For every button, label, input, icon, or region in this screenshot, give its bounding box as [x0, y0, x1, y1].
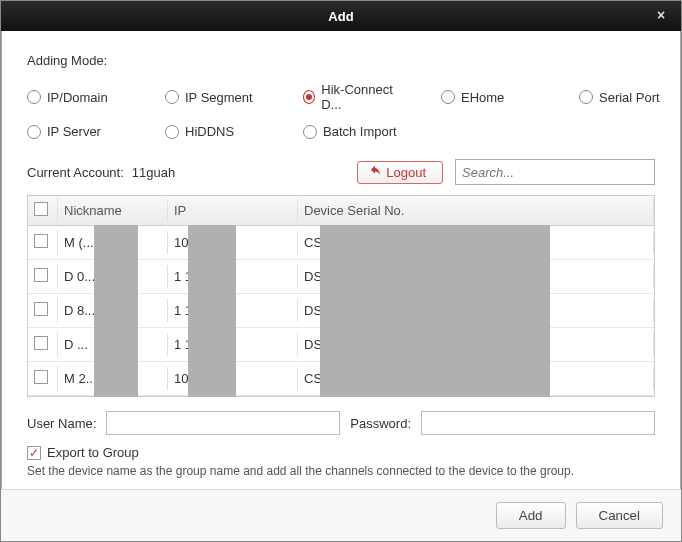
- adding-mode-label: Adding Mode:: [27, 53, 655, 68]
- adding-mode-row-1: IP/Domain IP Segment Hik-Connect D... EH…: [27, 82, 655, 112]
- radio-batch-import[interactable]: Batch Import: [303, 124, 403, 139]
- logout-button[interactable]: Logout: [357, 161, 443, 184]
- credentials-row: User Name: Password:: [27, 411, 655, 435]
- radio-label: Hik-Connect D...: [321, 82, 403, 112]
- radio-label: EHome: [461, 90, 504, 105]
- titlebar: Add ×: [1, 1, 681, 31]
- device-table: Nickname IP Device Serial No. M (... 10 …: [27, 195, 655, 397]
- add-dialog: Add × Adding Mode: IP/Domain IP Segment …: [0, 0, 682, 542]
- radio-label: IP Segment: [185, 90, 253, 105]
- radio-ehome[interactable]: EHome: [441, 82, 541, 112]
- radio-label: IP/Domain: [47, 90, 108, 105]
- password-label: Password:: [350, 416, 411, 431]
- table-body: M (... 10 .92 CS- 89588 D 0... 1 18 DS: [28, 226, 654, 396]
- add-button[interactable]: Add: [496, 502, 566, 529]
- username-label: User Name:: [27, 416, 96, 431]
- table-header: Nickname IP Device Serial No.: [28, 196, 654, 226]
- radio-dot-icon: [165, 125, 179, 139]
- radio-dot-icon: [579, 90, 593, 104]
- cancel-button[interactable]: Cancel: [576, 502, 664, 529]
- radio-dot-icon: [27, 90, 41, 104]
- radio-dot-icon: [303, 90, 315, 104]
- radio-hik-connect[interactable]: Hik-Connect D...: [303, 82, 403, 112]
- adding-mode-row-2: IP Server HiDDNS Batch Import: [27, 124, 655, 139]
- logout-label: Logout: [386, 165, 426, 180]
- radio-label: HiDDNS: [185, 124, 234, 139]
- export-note: Set the device name as the group name an…: [27, 464, 655, 478]
- radio-label: IP Server: [47, 124, 101, 139]
- close-icon[interactable]: ×: [651, 7, 671, 23]
- row-checkbox[interactable]: [34, 336, 48, 350]
- radio-ip-server[interactable]: IP Server: [27, 124, 127, 139]
- dialog-footer: Add Cancel: [1, 489, 681, 541]
- redaction-block: [188, 225, 236, 397]
- row-checkbox[interactable]: [34, 370, 48, 384]
- row-checkbox[interactable]: [34, 268, 48, 282]
- password-field[interactable]: [421, 411, 655, 435]
- col-nickname[interactable]: Nickname: [58, 199, 168, 222]
- radio-ip-domain[interactable]: IP/Domain: [27, 82, 127, 112]
- search-input[interactable]: [455, 159, 655, 185]
- radio-label: Serial Port: [599, 90, 660, 105]
- radio-hiddns[interactable]: HiDDNS: [165, 124, 265, 139]
- redaction-block: [320, 225, 550, 397]
- radio-serial-port[interactable]: Serial Port: [579, 82, 679, 112]
- account-row: Current Account: 11guah Logout: [27, 159, 655, 185]
- radio-dot-icon: [303, 125, 317, 139]
- radio-ip-segment[interactable]: IP Segment: [165, 82, 265, 112]
- username-field[interactable]: [106, 411, 340, 435]
- current-account-label: Current Account:: [27, 165, 124, 180]
- col-serial[interactable]: Device Serial No.: [298, 199, 654, 222]
- dialog-title: Add: [11, 9, 671, 24]
- redaction-block: [94, 225, 138, 397]
- current-account-value: 11guah: [132, 165, 175, 180]
- export-to-group-row[interactable]: Export to Group: [27, 445, 655, 460]
- dialog-body: Adding Mode: IP/Domain IP Segment Hik-Co…: [1, 31, 681, 489]
- radio-label: Batch Import: [323, 124, 397, 139]
- col-ip[interactable]: IP: [168, 199, 298, 222]
- radio-dot-icon: [441, 90, 455, 104]
- row-checkbox[interactable]: [34, 234, 48, 248]
- select-all-checkbox[interactable]: [34, 202, 48, 216]
- radio-dot-icon: [27, 125, 41, 139]
- radio-dot-icon: [165, 90, 179, 104]
- export-checkbox[interactable]: [27, 446, 41, 460]
- undo-icon: [368, 165, 382, 179]
- row-checkbox[interactable]: [34, 302, 48, 316]
- export-label: Export to Group: [47, 445, 139, 460]
